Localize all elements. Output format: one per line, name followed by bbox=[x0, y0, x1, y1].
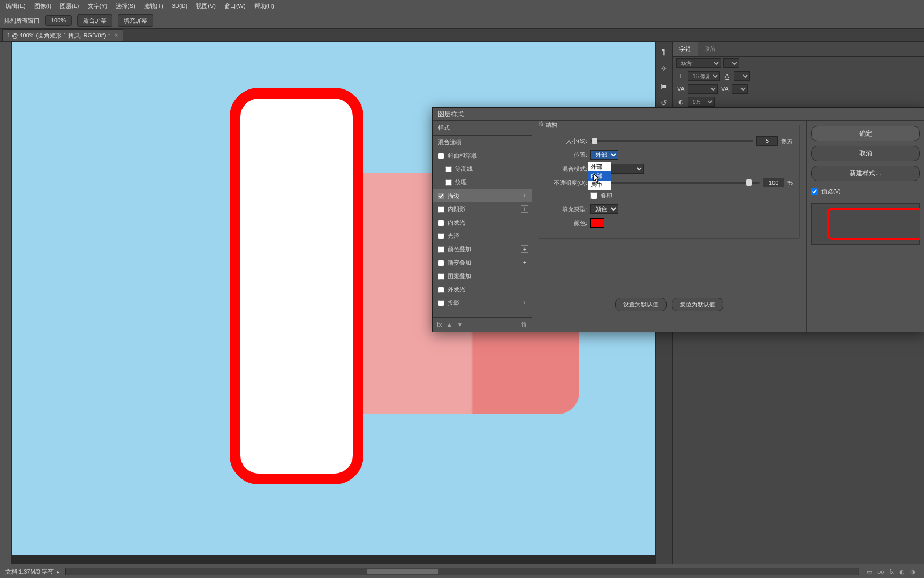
style-checkbox[interactable] bbox=[438, 153, 444, 159]
menu-view[interactable]: 视图(V) bbox=[192, 1, 219, 12]
ok-button[interactable]: 确定 bbox=[811, 126, 920, 141]
tracking-select[interactable] bbox=[732, 84, 748, 94]
styles-header: 样式 bbox=[433, 121, 532, 136]
stroke-color-swatch[interactable] bbox=[590, 218, 604, 228]
style-checkbox[interactable] bbox=[438, 193, 444, 199]
style-item-label: 等高线 bbox=[455, 165, 473, 173]
style-item-描边[interactable]: 描边+ bbox=[433, 189, 532, 202]
style-checkbox[interactable] bbox=[445, 166, 452, 172]
fx-icon[interactable]: fx bbox=[437, 321, 442, 328]
chevron-right-icon[interactable]: ▸ bbox=[57, 568, 60, 575]
fill-screen-button[interactable]: 填充屏幕 bbox=[118, 14, 153, 27]
blend-options-item[interactable]: 混合选项 bbox=[433, 136, 532, 149]
add-effect-icon[interactable]: + bbox=[521, 205, 528, 213]
horizontal-scrollbar[interactable] bbox=[65, 568, 859, 575]
menu-window[interactable]: 窗口(W) bbox=[221, 1, 249, 12]
fx-status-icon[interactable]: fx bbox=[889, 568, 894, 575]
style-checkbox[interactable] bbox=[438, 206, 444, 213]
style-checkbox[interactable] bbox=[438, 273, 444, 280]
style-item-纹理[interactable]: 纹理 bbox=[433, 176, 532, 189]
filltype-label: 填充类型: bbox=[546, 205, 587, 213]
move-up-icon[interactable]: ▲ bbox=[446, 321, 452, 328]
font-size-select[interactable]: 16 像素 bbox=[688, 71, 720, 81]
font-style-select[interactable] bbox=[723, 58, 739, 68]
style-checkbox[interactable] bbox=[438, 287, 444, 293]
menu-edit[interactable]: 编辑(E) bbox=[2, 1, 29, 12]
opacity-label: 不透明度(O): bbox=[546, 179, 587, 187]
position-select[interactable]: 外部 bbox=[590, 150, 618, 160]
glyphs-panel-icon[interactable]: ✧ bbox=[657, 62, 670, 75]
adjustment-icon[interactable]: ◑ bbox=[910, 568, 915, 575]
opacity-select[interactable]: 0% bbox=[688, 97, 715, 107]
style-checkbox[interactable] bbox=[445, 179, 452, 186]
style-checkbox[interactable] bbox=[438, 233, 444, 239]
overprint-checkbox[interactable] bbox=[590, 192, 597, 199]
chain-icon[interactable]: oo bbox=[877, 568, 884, 575]
style-item-label: 投影 bbox=[448, 299, 459, 307]
leading-select[interactable] bbox=[734, 71, 750, 81]
style-item-颜色叠加[interactable]: 颜色叠加+ bbox=[433, 243, 532, 256]
position-option-outside[interactable]: 外部 bbox=[588, 162, 611, 171]
svg-rect-1 bbox=[235, 93, 358, 479]
close-tab-icon[interactable]: × bbox=[115, 32, 118, 39]
trash-icon[interactable]: 🗑 bbox=[521, 321, 527, 328]
zoom-level[interactable]: 100% bbox=[45, 15, 72, 26]
tab-paragraph[interactable]: 段落 bbox=[698, 42, 722, 56]
style-checkbox[interactable] bbox=[438, 220, 444, 226]
style-item-图案叠加[interactable]: 图案叠加 bbox=[433, 269, 532, 283]
new-style-button[interactable]: 新建样式... bbox=[811, 166, 920, 181]
menu-3d[interactable]: 3D(D) bbox=[168, 1, 191, 11]
filltype-select[interactable]: 颜色 bbox=[590, 204, 618, 214]
menu-layer[interactable]: 图层(L) bbox=[56, 1, 82, 12]
add-effect-icon[interactable]: + bbox=[521, 245, 528, 253]
style-preview bbox=[811, 203, 920, 245]
style-item-label: 纹理 bbox=[455, 178, 467, 186]
style-checkbox[interactable] bbox=[438, 246, 444, 253]
menu-type[interactable]: 文字(Y) bbox=[84, 1, 111, 12]
menu-select[interactable]: 选择(S) bbox=[112, 1, 139, 12]
move-down-icon[interactable]: ▼ bbox=[457, 321, 463, 328]
style-item-内阴影[interactable]: 内阴影+ bbox=[433, 202, 532, 216]
reset-default-button[interactable]: 复位为默认值 bbox=[672, 298, 723, 311]
kerning-icon: VA bbox=[676, 84, 686, 94]
opacity-unit: % bbox=[787, 179, 793, 186]
style-item-外发光[interactable]: 外发光 bbox=[433, 283, 532, 296]
style-item-内发光[interactable]: 内发光 bbox=[433, 216, 532, 229]
mask-icon[interactable]: ◐ bbox=[899, 568, 905, 575]
style-item-投影[interactable]: 投影+ bbox=[433, 296, 532, 310]
blend-mode-label: 混合模式: bbox=[546, 165, 587, 173]
style-checkbox[interactable] bbox=[438, 300, 444, 306]
arrange-windows-label[interactable]: 排列所有窗口 bbox=[4, 17, 40, 25]
font-family-select[interactable]: 华方 bbox=[676, 58, 721, 68]
opacity-input[interactable] bbox=[763, 178, 784, 187]
style-checkbox[interactable] bbox=[438, 260, 444, 266]
size-slider[interactable] bbox=[590, 140, 753, 142]
tab-character[interactable]: 字符 bbox=[673, 42, 698, 56]
styles-list: 样式 混合选项 斜面和浮雕等高线纹理描边+内阴影+内发光光泽颜色叠加+渐变叠加+… bbox=[433, 121, 532, 332]
style-item-等高线[interactable]: 等高线 bbox=[433, 162, 532, 176]
layer-style-dialog: 图层样式 样式 混合选项 斜面和浮雕等高线纹理描边+内阴影+内发光光泽颜色叠加+… bbox=[432, 107, 924, 332]
style-item-渐变叠加[interactable]: 渐变叠加+ bbox=[433, 256, 532, 269]
set-default-button[interactable]: 设置为默认值 bbox=[615, 298, 667, 311]
opacity-slider[interactable] bbox=[590, 182, 760, 184]
stroke-settings: 描边 结构 大小(S): 像素 位置: 外部 混合模式: bbox=[532, 121, 806, 332]
position-label: 位置: bbox=[546, 151, 587, 159]
add-effect-icon[interactable]: + bbox=[521, 192, 528, 199]
size-unit: 像素 bbox=[781, 137, 793, 145]
size-input[interactable] bbox=[756, 136, 778, 146]
menu-image[interactable]: 图像(I) bbox=[31, 1, 55, 12]
menu-help[interactable]: 帮助(H) bbox=[251, 1, 278, 12]
preview-checkbox[interactable] bbox=[811, 188, 818, 195]
add-effect-icon[interactable]: + bbox=[521, 299, 528, 306]
style-item-斜面和浮雕[interactable]: 斜面和浮雕 bbox=[433, 149, 532, 162]
swatches-panel-icon[interactable]: ▣ bbox=[657, 79, 670, 92]
timeline-icon[interactable]: ▭ bbox=[867, 568, 872, 575]
cancel-button[interactable]: 取消 bbox=[811, 146, 920, 161]
fit-screen-button[interactable]: 适合屏幕 bbox=[77, 14, 112, 27]
paragraph-panel-icon[interactable]: ¶ bbox=[657, 45, 670, 58]
add-effect-icon[interactable]: + bbox=[521, 259, 528, 266]
kerning-select[interactable] bbox=[688, 84, 718, 94]
menu-filter[interactable]: 滤镜(T) bbox=[140, 1, 167, 12]
document-tab[interactable]: 1 @ 400% (圆角矩形 1 拷贝, RGB/8#) * × bbox=[2, 29, 123, 41]
style-item-光泽[interactable]: 光泽 bbox=[433, 229, 532, 243]
